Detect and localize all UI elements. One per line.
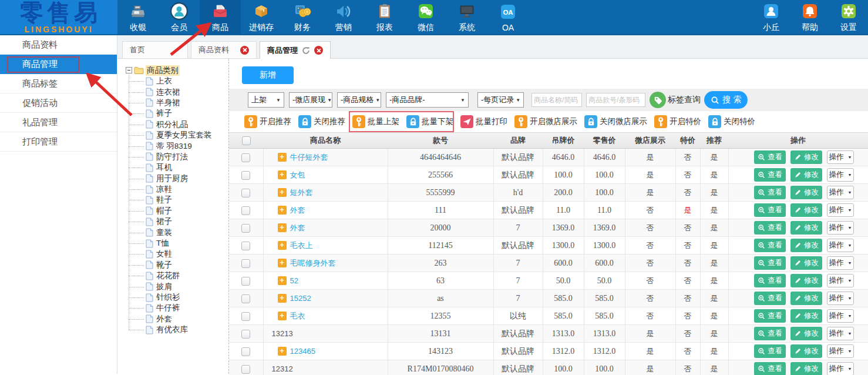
tree-collapse-icon[interactable] (126, 67, 132, 73)
tree-node-21[interactable]: 针织衫 (126, 292, 228, 303)
add-button[interactable]: 新增 (242, 66, 294, 84)
tree-node-4[interactable]: 裤子 (126, 108, 228, 119)
tree-node-17[interactable]: 女鞋 (126, 249, 228, 259)
nav-item-8[interactable]: 微信 (405, 0, 446, 34)
more-actions-button[interactable]: 操作▼ (827, 362, 854, 375)
product-name-link[interactable]: 15252 (290, 294, 311, 303)
edit-button[interactable]: 修改 (790, 362, 822, 375)
nav-item-5[interactable]: 财务 (282, 0, 323, 34)
tree-node-7[interactable]: 蒂 羽8319 (126, 140, 228, 151)
filter-select-1[interactable]: 上架▼ (248, 92, 284, 108)
filter-select-5[interactable]: -每页记录▼ (477, 92, 524, 108)
tree-node-19[interactable]: 花花群 (126, 270, 228, 281)
tree-node-6[interactable]: 夏季女男宝套装 (126, 130, 228, 140)
row-checkbox[interactable] (241, 242, 250, 250)
product-name-link[interactable]: 123465 (290, 347, 315, 356)
more-actions-button[interactable]: 操作▼ (827, 344, 854, 358)
expand-plus-icon[interactable]: + (278, 294, 287, 303)
tree-node-14[interactable]: 裙子 (126, 216, 228, 227)
more-actions-button[interactable]: 操作▼ (827, 292, 854, 305)
tree-node-24[interactable]: 有优衣库 (126, 324, 228, 335)
search-button[interactable]: 搜 索 (704, 91, 748, 109)
product-name-link[interactable]: 外套 (290, 223, 305, 233)
expand-plus-icon[interactable]: + (278, 241, 287, 250)
row-checkbox[interactable] (241, 294, 250, 303)
view-button[interactable]: 查看 (754, 150, 786, 164)
batch-action-1[interactable]: 开启推荐 (244, 115, 291, 128)
tree-node-10[interactable]: 用于厨房 (126, 173, 228, 184)
nav-right-item-1[interactable]: 小丘 (752, 0, 790, 34)
more-actions-button[interactable]: 操作▼ (827, 274, 854, 287)
view-button[interactable]: 查看 (754, 203, 786, 217)
batch-action-8[interactable]: 开启特价 (654, 115, 701, 128)
tree-node-15[interactable]: 童装 (126, 227, 228, 237)
more-actions-button[interactable]: 操作▼ (827, 327, 854, 340)
expand-plus-icon[interactable]: + (278, 276, 287, 285)
batch-action-9[interactable]: 关闭特价 (708, 115, 755, 128)
more-actions-button[interactable]: 操作▼ (827, 221, 854, 235)
expand-plus-icon[interactable]: + (278, 347, 287, 356)
product-name-link[interactable]: 52 (290, 276, 298, 285)
tab-2[interactable]: 商品资料 (191, 41, 257, 58)
more-actions-button[interactable]: 操作▼ (827, 203, 854, 217)
tree-node-20[interactable]: 披肩 (126, 281, 228, 292)
nav-right-item-2[interactable]: 帮助 (790, 0, 829, 34)
product-name-link[interactable]: 外套 (290, 205, 305, 216)
nav-item-9[interactable]: 系统 (446, 0, 487, 34)
view-button[interactable]: 查看 (754, 256, 786, 270)
edit-button[interactable]: 修改 (790, 274, 822, 287)
tree-node-1[interactable]: 上衣 (126, 76, 228, 86)
tab-3[interactable]: 商品管理 (260, 41, 331, 59)
sidebar-item-1[interactable]: 商品资料 (0, 35, 117, 55)
edit-button[interactable]: 修改 (790, 239, 822, 252)
view-button[interactable]: 查看 (754, 239, 786, 252)
row-checkbox[interactable] (241, 206, 250, 215)
product-name-link[interactable]: 毛衣 (290, 311, 305, 322)
expand-plus-icon[interactable]: + (278, 188, 287, 197)
more-actions-button[interactable]: 操作▼ (827, 168, 854, 182)
row-checkbox[interactable] (241, 330, 250, 339)
row-checkbox[interactable] (241, 224, 250, 233)
nav-item-6[interactable]: 营销 (323, 0, 364, 34)
more-actions-button[interactable]: 操作▼ (827, 239, 854, 252)
nav-right-item-3[interactable]: 设置 (829, 0, 868, 34)
nav-item-2[interactable]: 会员 (159, 0, 200, 34)
expand-plus-icon[interactable]: + (278, 206, 287, 215)
view-button[interactable]: 查看 (754, 327, 786, 340)
edit-button[interactable]: 修改 (790, 344, 822, 358)
product-name-link[interactable]: 女包 (290, 170, 305, 180)
tree-node-9[interactable]: 耳机 (126, 162, 228, 173)
batch-action-4[interactable]: 批量下架 (406, 115, 453, 128)
edit-button[interactable]: 修改 (790, 221, 822, 235)
nav-item-3[interactable]: 商品 (200, 0, 241, 34)
filter-select-4[interactable]: -商品品牌-▼ (386, 92, 469, 108)
nav-item-10[interactable]: OAOA (487, 0, 529, 34)
expand-plus-icon[interactable]: + (278, 153, 287, 162)
row-checkbox[interactable] (241, 171, 250, 180)
edit-button[interactable]: 修改 (790, 292, 822, 305)
sidebar-item-6[interactable]: 打印管理 (0, 132, 117, 152)
select-all-checkbox[interactable] (242, 136, 251, 145)
row-checkbox[interactable] (241, 312, 250, 321)
filter-select-3[interactable]: -商品规格▼ (337, 92, 381, 108)
row-checkbox[interactable] (241, 365, 250, 374)
tree-node-12[interactable]: 鞋子 (126, 195, 228, 205)
row-checkbox[interactable] (241, 189, 250, 197)
tree-node-16[interactable]: T恤 (126, 238, 228, 249)
row-checkbox[interactable] (241, 277, 250, 286)
close-tab-icon[interactable] (314, 46, 323, 55)
tree-node-22[interactable]: 牛仔裤 (126, 303, 228, 313)
sidebar-item-2[interactable]: 商品管理 (0, 55, 117, 74)
expand-plus-icon[interactable]: + (278, 312, 287, 320)
view-button[interactable]: 查看 (754, 274, 786, 287)
more-actions-button[interactable]: 操作▼ (827, 186, 854, 199)
tree-root[interactable]: 商品类别 (126, 65, 228, 76)
sidebar-item-5[interactable]: 礼品管理 (0, 113, 117, 132)
batch-action-2[interactable]: 关闭推荐 (298, 115, 345, 128)
view-button[interactable]: 查看 (754, 168, 786, 182)
expand-plus-icon[interactable]: + (278, 259, 287, 267)
nav-item-1[interactable]: 收银 (117, 0, 159, 34)
filter-select-2[interactable]: -微店展现▼ (289, 92, 332, 108)
sidebar-item-4[interactable]: 促销活动 (0, 93, 117, 113)
view-button[interactable]: 查看 (754, 221, 786, 235)
